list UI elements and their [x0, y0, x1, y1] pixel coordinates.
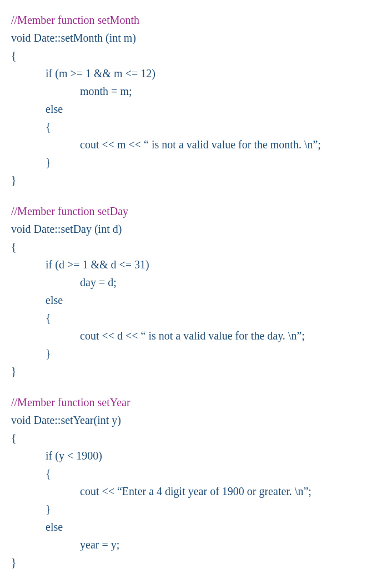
code-line: {	[11, 47, 381, 64]
code-line: {	[11, 429, 381, 447]
code-line: }	[11, 362, 381, 380]
code-line: else	[11, 518, 381, 536]
code-line: }	[11, 500, 381, 518]
code-line: if (y < 1900)	[11, 447, 381, 465]
code-line: if (d >= 1 && d <= 31)	[11, 256, 381, 273]
code-line: }	[11, 345, 381, 362]
code-line: }	[11, 553, 381, 569]
code-line: }	[11, 171, 381, 189]
code-line: {	[11, 465, 381, 482]
code-comment: //Member function setDay	[11, 202, 381, 220]
code-comment: //Member function setYear	[11, 393, 381, 411]
code-line: }	[11, 153, 381, 171]
code-line: cout << m << “ is not a valid value for …	[11, 136, 381, 153]
code-line: void Date::setMonth (int m)	[11, 29, 381, 47]
blank-line	[11, 189, 381, 202]
code-line: void Date::setYear(int y)	[11, 411, 381, 429]
blank-line	[11, 380, 381, 393]
code-line: year = y;	[11, 536, 381, 553]
code-line: day = d;	[11, 273, 381, 291]
code-line: cout << d << “ is not a valid value for …	[11, 327, 381, 345]
code-line: else	[11, 100, 381, 118]
code-line: void Date::setDay (int d)	[11, 220, 381, 238]
code-line: {	[11, 309, 381, 327]
code-line: month = m;	[11, 82, 381, 100]
code-line: cout << “Enter a 4 digit year of 1900 or…	[11, 482, 381, 500]
code-line: {	[11, 238, 381, 256]
code-line: {	[11, 118, 381, 136]
code-line: else	[11, 291, 381, 309]
code-line: if (m >= 1 && m <= 12)	[11, 64, 381, 82]
code-comment: //Member function setMonth	[11, 11, 381, 29]
